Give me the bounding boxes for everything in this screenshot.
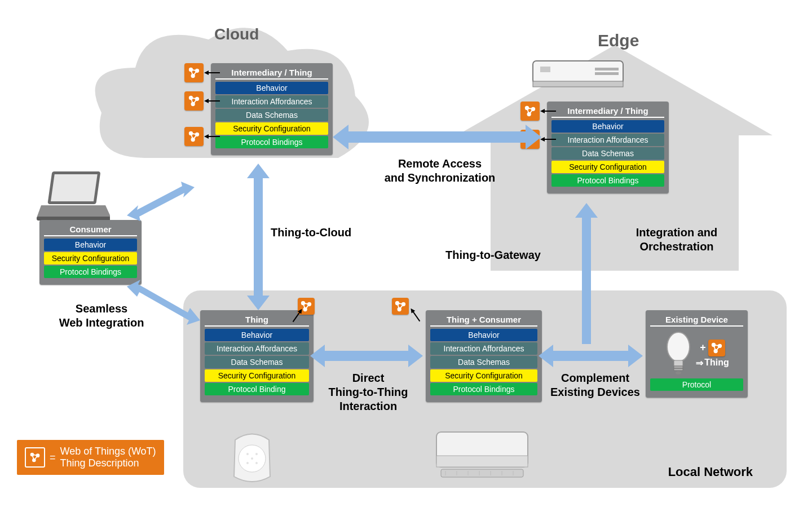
ac-unit-device-icon bbox=[434, 429, 530, 482]
svg-marker-70 bbox=[539, 345, 643, 367]
row-schemas: Data Schemas bbox=[430, 356, 537, 368]
pointer-arrow bbox=[540, 107, 557, 115]
edge-gateway-device-icon bbox=[530, 56, 626, 96]
wot-architecture-diagram: Cloud Edge Local Network Intermediary / … bbox=[0, 0, 812, 520]
row-protocol: Protocol bbox=[650, 378, 743, 391]
svg-rect-44 bbox=[674, 360, 683, 366]
pointer-arrow bbox=[204, 97, 221, 105]
svg-line-41 bbox=[413, 311, 420, 321]
consumer-box: Consumer Behavior Security Configuration… bbox=[39, 220, 142, 285]
td-icon bbox=[392, 298, 409, 315]
box-title: Existing Device bbox=[650, 314, 743, 327]
row-schemas: Data Schemas bbox=[551, 147, 664, 160]
edge-intermediary-box: Intermediary / Thing Behavior Interactio… bbox=[547, 102, 669, 193]
cloud-title: Cloud bbox=[214, 25, 259, 43]
svg-rect-57 bbox=[441, 469, 523, 477]
pointer-arrow bbox=[204, 133, 221, 140]
box-title: Intermediary / Thing bbox=[215, 67, 328, 80]
label-thing-to-gateway: Thing-to-Gateway bbox=[445, 248, 541, 262]
box-title: Intermediary / Thing bbox=[551, 105, 664, 118]
row-protocol: Protocol Bindings bbox=[551, 174, 664, 187]
plus-sign: + bbox=[700, 342, 706, 354]
td-icon bbox=[25, 447, 45, 468]
label-integration: Integration and Orchestration bbox=[612, 226, 742, 254]
existing-device-box: Existing Device + ⇒ Thing Protocol bbox=[646, 310, 748, 398]
local-network-label: Local Network bbox=[668, 465, 753, 479]
conn-thing-thingconsumer bbox=[310, 341, 423, 371]
td-icon bbox=[184, 127, 204, 146]
row-security: Security Configuration bbox=[205, 369, 309, 382]
td-icon bbox=[520, 102, 540, 121]
row-security: Security Configuration bbox=[551, 161, 664, 173]
row-behavior: Behavior bbox=[44, 239, 137, 251]
svg-marker-14 bbox=[204, 99, 209, 103]
label-thing-to-cloud: Thing-to-Cloud bbox=[271, 226, 351, 240]
svg-point-45 bbox=[676, 371, 681, 374]
svg-point-51 bbox=[255, 453, 258, 455]
legend: = Web of Things (WoT) Thing Description bbox=[17, 440, 164, 475]
row-protocol: Protocol Bindings bbox=[215, 136, 328, 148]
svg-rect-2 bbox=[540, 67, 550, 72]
svg-marker-71 bbox=[575, 203, 598, 344]
conn-cloud-edge bbox=[333, 121, 541, 153]
thing-box: Thing Behavior Interaction Affordances D… bbox=[200, 310, 314, 402]
cloud-intermediary-box: Intermediary / Thing Behavior Interactio… bbox=[211, 63, 333, 155]
conn-consumer-cloud bbox=[127, 180, 195, 226]
box-title: Consumer bbox=[44, 223, 137, 236]
svg-marker-68 bbox=[333, 125, 541, 149]
label-complement: Complement Existing Devices bbox=[546, 371, 645, 399]
svg-point-53 bbox=[246, 462, 249, 464]
row-affordances: Interaction Affordances bbox=[551, 134, 664, 146]
pointer-arrow bbox=[540, 135, 557, 143]
svg-rect-1 bbox=[533, 81, 623, 87]
svg-marker-24 bbox=[540, 109, 545, 113]
edge-title: Edge bbox=[598, 31, 639, 50]
svg-marker-65 bbox=[127, 182, 195, 221]
thing-label: Thing bbox=[704, 358, 729, 368]
row-behavior: Behavior bbox=[205, 329, 309, 341]
svg-point-50 bbox=[246, 453, 249, 455]
row-security: Security Configuration bbox=[44, 252, 137, 265]
svg-rect-3 bbox=[595, 68, 619, 70]
row-affordances: Interaction Affordances bbox=[205, 342, 309, 355]
row-affordances: Interaction Affordances bbox=[215, 95, 328, 108]
legend-eq: = bbox=[50, 452, 56, 464]
legend-text: Web of Things (WoT) Thing Description bbox=[60, 446, 156, 469]
svg-point-54 bbox=[255, 462, 258, 464]
laptop-icon bbox=[37, 169, 110, 223]
td-icon bbox=[184, 91, 204, 111]
row-behavior: Behavior bbox=[430, 329, 537, 341]
lightbulb-icon bbox=[664, 331, 692, 376]
svg-marker-9 bbox=[204, 70, 209, 75]
row-security: Security Configuration bbox=[430, 369, 537, 382]
td-icon bbox=[184, 63, 204, 82]
row-protocol: Protocol Bindings bbox=[430, 383, 537, 395]
arrow-sign: ⇒ bbox=[696, 358, 703, 368]
row-protocol: Protocol Bindings bbox=[44, 266, 137, 278]
pointer-arrow bbox=[204, 69, 221, 77]
row-affordances: Interaction Affordances bbox=[430, 342, 537, 355]
td-icon bbox=[708, 340, 725, 356]
svg-rect-4 bbox=[595, 72, 619, 75]
svg-rect-31 bbox=[51, 174, 98, 201]
sensor-device-icon bbox=[228, 431, 276, 485]
label-seamless: Seamless Web Integration bbox=[45, 302, 158, 330]
row-schemas: Data Schemas bbox=[205, 356, 309, 368]
conn-thingconsumer-edge bbox=[571, 203, 602, 344]
conn-thingconsumer-existing bbox=[539, 341, 643, 371]
svg-marker-19 bbox=[204, 134, 209, 139]
row-protocol: Protocol Binding bbox=[205, 383, 309, 395]
svg-point-52 bbox=[251, 457, 253, 460]
svg-point-43 bbox=[667, 332, 690, 362]
row-behavior: Behavior bbox=[215, 82, 328, 94]
row-behavior: Behavior bbox=[551, 120, 664, 133]
box-title: Thing + Consumer bbox=[430, 314, 537, 327]
svg-rect-56 bbox=[436, 456, 528, 467]
label-direct: Direct Thing-to-Thing Interaction bbox=[315, 371, 422, 413]
row-security: Security Configuration bbox=[215, 122, 328, 135]
row-schemas: Data Schemas bbox=[215, 109, 328, 121]
label-remote: Remote Access and Synchronization bbox=[361, 157, 519, 185]
thing-consumer-box: Thing + Consumer Behavior Interaction Af… bbox=[426, 310, 542, 402]
conn-cloud-thing bbox=[242, 164, 274, 310]
svg-marker-69 bbox=[310, 345, 423, 367]
